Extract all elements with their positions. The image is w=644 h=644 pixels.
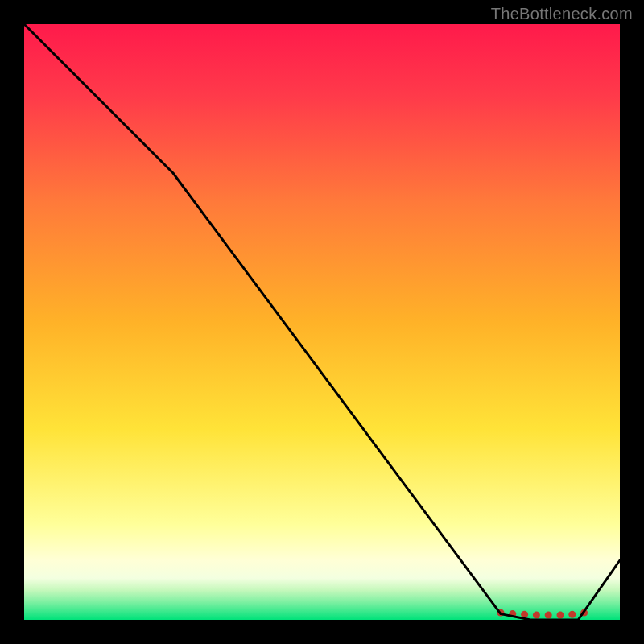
chart-frame: TheBottleneck.com	[0, 0, 644, 644]
plot-area	[24, 24, 620, 620]
data-dot	[533, 612, 540, 619]
data-dot	[568, 611, 576, 618]
chart-svg	[24, 24, 620, 620]
data-dot	[557, 612, 564, 619]
attribution-label: TheBottleneck.com	[491, 5, 633, 23]
data-dot	[545, 612, 552, 619]
